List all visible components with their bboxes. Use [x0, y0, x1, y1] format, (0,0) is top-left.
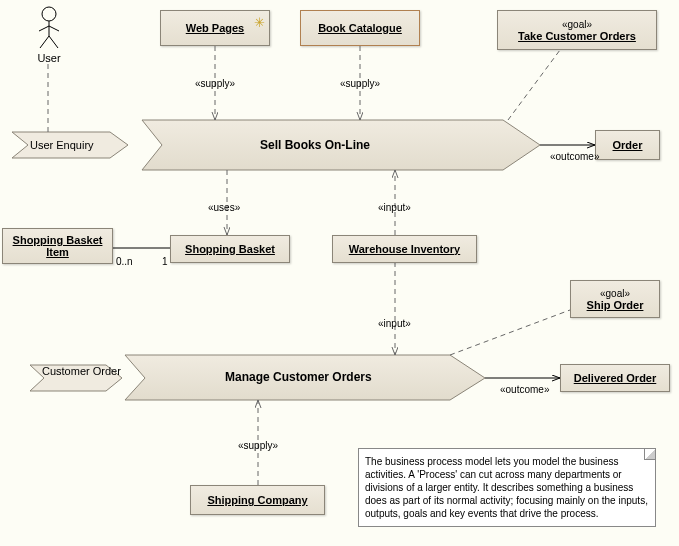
- node-shopping-basket: Shopping Basket: [170, 235, 290, 263]
- svg-line-19: [450, 310, 570, 355]
- take-orders-stereo: «goal»: [562, 19, 592, 30]
- take-orders-label: Take Customer Orders: [518, 30, 636, 42]
- node-shopping-basket-item: Shopping Basket Item: [2, 228, 113, 264]
- label-input-1: «input»: [378, 202, 411, 213]
- svg-line-4: [40, 36, 49, 48]
- node-delivered-order: Delivered Order: [560, 364, 670, 392]
- node-web-pages: Web Pages ✳: [160, 10, 270, 46]
- order-label: Order: [613, 139, 643, 151]
- node-ship-order: «goal» Ship Order: [570, 280, 660, 318]
- shipping-company-label: Shipping Company: [207, 494, 307, 506]
- label-supply-3: «supply»: [238, 440, 278, 451]
- process-manage-orders: Manage Customer Orders: [225, 370, 372, 384]
- label-mult-1: 1: [162, 256, 168, 267]
- web-pages-label: Web Pages: [186, 22, 245, 34]
- note: The business process model lets you mode…: [358, 448, 656, 527]
- label-outcome-2: «outcome»: [500, 384, 549, 395]
- event-user-enquiry: User Enquiry: [30, 139, 94, 151]
- ship-order-label: Ship Order: [587, 299, 644, 311]
- label-supply-2: «supply»: [340, 78, 380, 89]
- node-shipping-company: Shipping Company: [190, 485, 325, 515]
- svg-line-2: [39, 26, 49, 31]
- node-book-catalogue: Book Catalogue: [300, 10, 420, 46]
- wi-label: Warehouse Inventory: [349, 243, 460, 255]
- sb-label: Shopping Basket: [185, 243, 275, 255]
- svg-point-0: [42, 7, 56, 21]
- event-customer-order: Customer Order: [42, 365, 102, 377]
- label-supply-1: «supply»: [195, 78, 235, 89]
- label-mult-0n: 0..n: [116, 256, 133, 267]
- node-take-orders: «goal» Take Customer Orders: [497, 10, 657, 50]
- gear-icon: ✳: [254, 15, 265, 30]
- actor-user: User: [34, 6, 64, 64]
- label-input-2: «input»: [378, 318, 411, 329]
- ship-order-stereo: «goal»: [600, 288, 630, 299]
- delivered-order-label: Delivered Order: [574, 372, 657, 384]
- node-order: Order: [595, 130, 660, 160]
- actor-label: User: [34, 52, 64, 64]
- svg-line-3: [49, 26, 59, 31]
- process-sell-books: Sell Books On-Line: [260, 138, 370, 152]
- node-warehouse-inventory: Warehouse Inventory: [332, 235, 477, 263]
- label-uses: «uses»: [208, 202, 240, 213]
- svg-line-5: [49, 36, 58, 48]
- book-catalogue-label: Book Catalogue: [318, 22, 402, 34]
- sbi-label: Shopping Basket Item: [9, 234, 106, 258]
- label-outcome-1: «outcome»: [550, 151, 599, 162]
- svg-line-13: [508, 50, 560, 120]
